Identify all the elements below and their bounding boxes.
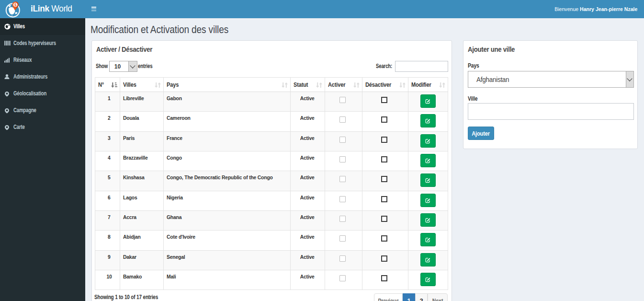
svg-text:$: $ (14, 2, 17, 7)
